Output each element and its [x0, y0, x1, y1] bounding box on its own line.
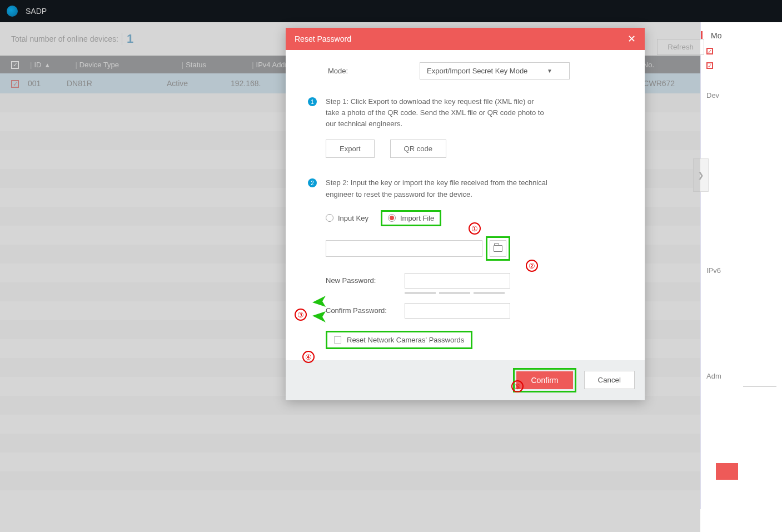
- modal-title: Reset Password: [295, 34, 351, 43]
- side-label-ipv6: IPv6: [706, 266, 782, 275]
- step-1-text: Step 1: Click Export to download the key…: [326, 96, 548, 130]
- reset-password-modal: Reset Password ✕ Mode: Export/Import Sec…: [286, 28, 645, 400]
- reset-cameras-checkbox[interactable]: Reset Network Cameras' Passwords: [326, 331, 472, 349]
- svg-marker-1: [312, 311, 326, 322]
- step-2-text: Step 2: Input the key or import the key …: [326, 177, 548, 200]
- checkbox-icon: [334, 336, 341, 344]
- new-password-label: New Password:: [326, 276, 405, 285]
- step-2-badge: 2: [308, 178, 317, 187]
- modal-header: Reset Password ✕: [286, 28, 645, 50]
- mode-select[interactable]: Export/Import Secret Key Mode ▼: [420, 62, 570, 79]
- svg-marker-0: [312, 296, 326, 307]
- confirm-password-label: Confirm Password:: [326, 306, 405, 315]
- annotation-5: ⑤: [511, 380, 524, 392]
- confirm-button[interactable]: Confirm: [516, 371, 572, 389]
- chevron-down-icon: ▼: [547, 68, 552, 74]
- side-panel: Mo ✓ ✓ Dev ❯ IPv6 Adm: [700, 22, 782, 509]
- radio-import-file[interactable]: Import File: [381, 210, 441, 226]
- close-icon[interactable]: ✕: [627, 33, 636, 45]
- side-check-1[interactable]: ✓: [706, 48, 713, 54]
- annotation-arrows: [309, 294, 331, 327]
- modal-footer: Confirm Cancel: [286, 360, 645, 400]
- side-label-device: Dev: [706, 91, 782, 100]
- side-panel-title: Mo: [706, 31, 782, 40]
- password-strength: [405, 292, 622, 294]
- qrcode-button[interactable]: QR code: [390, 140, 446, 158]
- step-1-badge: 1: [308, 97, 317, 106]
- export-button[interactable]: Export: [326, 140, 375, 158]
- browse-button[interactable]: [490, 240, 506, 257]
- radio-input-key[interactable]: Input Key: [326, 214, 368, 222]
- folder-icon: [494, 245, 502, 252]
- mode-label: Mode:: [328, 67, 420, 75]
- side-label-admin: Adm: [706, 372, 782, 380]
- annotation-1: ①: [469, 222, 481, 235]
- side-red-button[interactable]: [716, 463, 738, 480]
- annotation-2: ②: [526, 260, 538, 272]
- title-bar: SADP: [0, 0, 782, 22]
- cancel-button[interactable]: Cancel: [584, 371, 635, 389]
- app-title: SADP: [26, 7, 47, 16]
- app-logo-icon: [7, 6, 18, 17]
- confirm-password-input[interactable]: [405, 303, 510, 319]
- file-path-input[interactable]: [326, 240, 482, 257]
- side-check-2[interactable]: ✓: [706, 62, 713, 69]
- annotation-4: ④: [302, 351, 315, 363]
- new-password-input[interactable]: [405, 273, 510, 289]
- annotation-3: ③: [295, 309, 307, 321]
